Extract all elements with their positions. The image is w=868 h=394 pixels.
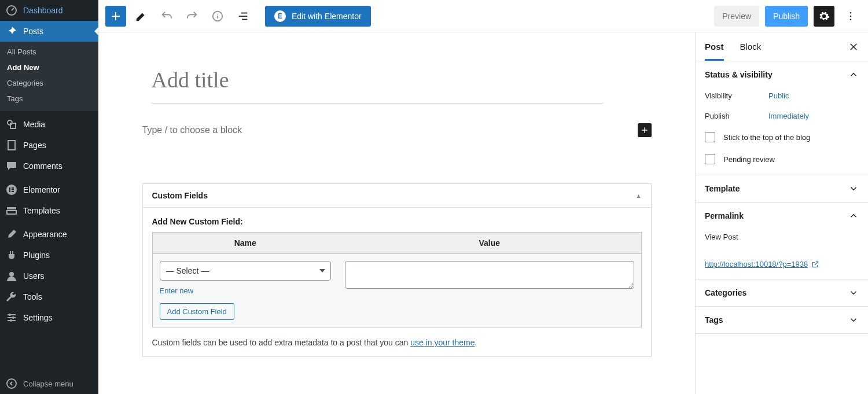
submenu-add-new[interactable]: Add New (0, 60, 98, 75)
panel-toggle-tags[interactable]: Tags (696, 307, 868, 333)
outline-button[interactable] (233, 6, 253, 27)
sliders-icon (6, 312, 17, 323)
svg-rect-4 (8, 141, 15, 150)
cf-col-name: Name (152, 233, 338, 254)
collapse-menu-button[interactable]: Collapse menu (0, 373, 98, 394)
submenu-tags[interactable]: Tags (0, 91, 98, 106)
cf-help-link[interactable]: use in your theme (410, 338, 475, 347)
sidebar-item-users[interactable]: Users (0, 266, 98, 286)
sidebar-item-elementor[interactable]: Elementor (0, 179, 98, 200)
svg-point-18 (10, 319, 12, 322)
brush-icon (6, 229, 17, 240)
more-menu-button[interactable] (840, 6, 861, 27)
sidebar-item-dashboard[interactable]: Dashboard (0, 0, 98, 21)
edit-with-elementor-button[interactable]: E Edit with Elementor (265, 6, 371, 27)
submenu-all-posts[interactable]: All Posts (0, 44, 98, 60)
close-panel-button[interactable] (848, 42, 859, 52)
posts-submenu: All Posts Add New Categories Tags (0, 42, 98, 111)
sidebar-item-label: Plugins (23, 251, 50, 260)
settings-gear-button[interactable] (814, 6, 834, 27)
cf-name-select[interactable]: — Select — (160, 261, 332, 281)
sidebar-item-label: Settings (23, 313, 53, 322)
collapse-icon (6, 378, 17, 389)
redo-button[interactable] (182, 6, 203, 27)
panel-heading-categories: Categories (705, 288, 746, 297)
plug-icon (6, 249, 17, 261)
cf-help-text: Custom fields can be used to add extra m… (152, 338, 642, 347)
inline-add-block-button[interactable] (638, 123, 652, 137)
post-title-input[interactable] (152, 67, 661, 97)
edit-tool-button[interactable] (131, 6, 152, 27)
panel-toggle-permalink[interactable]: Permalink (696, 202, 868, 229)
svg-point-28 (850, 19, 852, 20)
pending-checkbox-row[interactable]: Pending review (705, 154, 859, 164)
pin-icon (6, 25, 17, 37)
publish-date-button[interactable]: Immediately (768, 112, 809, 120)
sidebar-item-settings[interactable]: Settings (0, 307, 98, 328)
svg-rect-10 (7, 207, 16, 209)
add-block-toggle-button[interactable] (105, 6, 126, 27)
stick-checkbox[interactable] (705, 132, 715, 142)
sidebar-item-appearance[interactable]: Appearance (0, 224, 98, 245)
sidebar-item-posts[interactable]: Posts (0, 21, 98, 42)
sidebar-item-templates[interactable]: Templates (0, 200, 98, 221)
sidebar-item-label: Pages (23, 141, 46, 150)
panel-heading-tags: Tags (705, 315, 723, 325)
panel-toggle-status[interactable]: Status & visibility (696, 61, 868, 88)
pending-label: Pending review (723, 155, 775, 164)
media-icon (6, 119, 17, 130)
stick-checkbox-row[interactable]: Stick to the top of the blog (705, 132, 859, 142)
permalink-url-link[interactable]: http://localhost:10018/?p=1938 (705, 260, 859, 268)
block-placeholder-text[interactable]: Type / to choose a block (142, 125, 242, 135)
cf-value-textarea[interactable] (345, 261, 634, 289)
sidebar-item-label: Media (23, 120, 45, 129)
info-button[interactable] (207, 6, 228, 27)
tab-block[interactable]: Block (740, 32, 762, 61)
svg-point-27 (850, 15, 852, 17)
panel-toggle-categories[interactable]: Categories (696, 279, 868, 306)
chevron-up-icon (848, 211, 859, 221)
custom-fields-toggle[interactable]: Custom Fields ▲ (143, 184, 651, 208)
external-link-icon (811, 260, 819, 268)
svg-rect-6 (9, 187, 10, 192)
view-post-label: View Post (705, 233, 859, 241)
user-icon (6, 270, 17, 282)
visibility-button[interactable]: Public (768, 91, 789, 100)
panel-toggle-template[interactable]: Template (696, 175, 868, 202)
svg-point-14 (9, 314, 11, 316)
chevron-down-icon (848, 288, 859, 298)
sidebar-item-tools[interactable]: Tools (0, 286, 98, 307)
wrench-icon (6, 291, 17, 303)
custom-fields-table: Name Value — Select — (152, 232, 642, 327)
sidebar-item-pages[interactable]: Pages (0, 135, 98, 156)
tab-post[interactable]: Post (705, 32, 724, 61)
svg-point-26 (850, 12, 852, 13)
sidebar-item-comments[interactable]: Comments (0, 156, 98, 176)
pending-checkbox[interactable] (705, 154, 715, 164)
sidebar-item-label: Appearance (23, 230, 67, 239)
editor-topbar: E Edit with Elementor Preview Publish (98, 0, 868, 32)
panel-heading-status: Status & visibility (705, 70, 773, 79)
page-icon (6, 139, 17, 151)
chevron-down-icon (848, 315, 859, 325)
svg-point-19 (7, 379, 16, 388)
add-custom-field-button[interactable]: Add Custom Field (160, 303, 234, 320)
svg-point-22 (217, 13, 218, 14)
svg-rect-7 (12, 187, 14, 189)
cf-col-value: Value (338, 233, 641, 254)
publish-button[interactable]: Publish (765, 6, 808, 27)
content-area: E Edit with Elementor Preview Publish Ty… (98, 0, 868, 394)
panel-heading-permalink: Permalink (705, 211, 744, 220)
svg-rect-9 (12, 191, 14, 192)
sidebar-item-label: Comments (23, 161, 62, 171)
sidebar-item-media[interactable]: Media (0, 114, 98, 135)
undo-button[interactable] (156, 6, 177, 27)
sidebar-item-label: Elementor (23, 185, 60, 194)
templates-icon (6, 205, 17, 216)
custom-fields-metabox: Custom Fields ▲ Add New Custom Field: Na… (142, 183, 652, 357)
preview-button[interactable]: Preview (714, 6, 759, 27)
cf-enter-new-link[interactable]: Enter new (160, 286, 194, 295)
sidebar-item-plugins[interactable]: Plugins (0, 245, 98, 266)
submenu-categories[interactable]: Categories (0, 75, 98, 91)
stick-label: Stick to the top of the blog (723, 133, 810, 142)
